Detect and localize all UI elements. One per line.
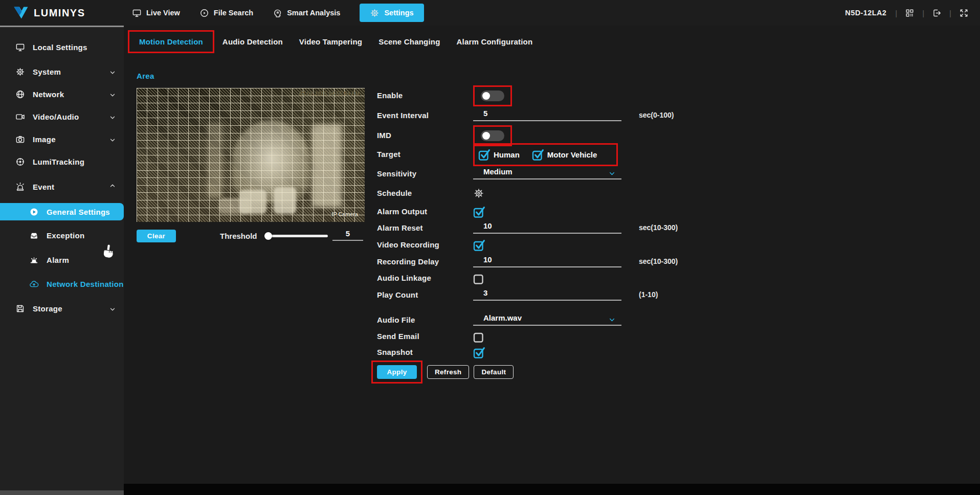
field-label: Event Interval [377, 111, 429, 120]
sidebar-item-system[interactable]: System [0, 64, 124, 79]
motor-vehicle-checkbox[interactable]: Motor Vehicle [532, 149, 597, 160]
camera-icon [15, 134, 25, 144]
checkbox-icon [478, 149, 489, 160]
field-control [473, 238, 484, 252]
field-label: Schedule [377, 189, 412, 197]
field-control: Alarm.wav [473, 313, 621, 327]
imd-toggle[interactable] [481, 130, 504, 141]
checkbox-label: Human [494, 150, 520, 159]
video-recording-checkbox[interactable] [473, 240, 484, 251]
sidebar-item-general-settings[interactable]: General Settings [0, 203, 124, 220]
floppy-icon [15, 304, 25, 313]
button-wrap: Refresh [427, 365, 469, 379]
monitor-icon [132, 8, 142, 18]
field-suffix: sec(10-300) [639, 257, 678, 265]
refresh-button[interactable]: Refresh [427, 365, 469, 379]
form-row-snapshot: Snapshot [377, 346, 919, 359]
area-section-title: Area [137, 72, 154, 80]
human-checkbox[interactable]: Human [478, 149, 520, 160]
input-value: 10 [483, 221, 492, 230]
tab-video-tampering[interactable]: Video Tampering [299, 37, 362, 46]
threshold-value-input[interactable]: 5 [332, 229, 363, 241]
input-value: 5 [483, 109, 487, 118]
field-label: Video Recording [377, 240, 439, 249]
input-value: 3 [483, 288, 487, 297]
tab-alarm-configuration[interactable]: Alarm Configuration [457, 37, 533, 46]
sensitivity-select[interactable]: Medium [473, 169, 621, 179]
fullscreen-button[interactable] [959, 8, 969, 18]
nav-settings[interactable]: Settings [360, 4, 424, 22]
nav-smart-analysis[interactable]: Smart Analysis [273, 8, 340, 18]
event-interval-input[interactable]: 5 [473, 110, 621, 121]
mouse-cursor [100, 242, 117, 260]
enable-toggle[interactable] [481, 91, 504, 101]
form-row-target: TargetHumanMotor Vehicle [377, 148, 919, 161]
tab-scene-changing[interactable]: Scene Changing [378, 37, 440, 46]
sidebar-item-network-destination[interactable]: Network Destination [0, 276, 124, 291]
form-row-schedule: Schedule [377, 187, 919, 200]
sidebar-item-image[interactable]: Image [0, 131, 124, 147]
separator: | [895, 9, 897, 17]
schedule-button[interactable] [473, 188, 484, 199]
sidebar-item-network[interactable]: Network [0, 86, 124, 102]
form-row-alarm-output: Alarm Output [377, 205, 919, 218]
tab-motion-detection[interactable]: Motion Detection [128, 30, 214, 53]
recording-delay-input[interactable]: 10 [473, 257, 621, 267]
inbox-icon [29, 231, 39, 240]
settings-tabs: Motion DetectionAudio DetectionVideo Tam… [128, 29, 532, 54]
nav-label: Live View [146, 9, 180, 17]
sidebar-item-event[interactable]: Event [0, 179, 124, 194]
motion-grid-overlay[interactable] [137, 88, 365, 222]
sidebar-item-exception[interactable]: Exception [0, 228, 124, 243]
threshold-slider[interactable] [264, 231, 328, 241]
gear-icon [15, 67, 25, 77]
form-row-enable: Enable [377, 89, 919, 102]
play-count-input[interactable]: 3 [473, 290, 621, 301]
nav-label: Smart Analysis [287, 9, 340, 17]
brand-name: LUMINYS [34, 7, 85, 19]
sidebar-item-storage[interactable]: Storage [0, 301, 124, 316]
toggle-knob [482, 92, 490, 100]
nav-file-search[interactable]: File Search [199, 8, 253, 18]
alarm-reset-input[interactable]: 10 [473, 223, 621, 234]
clear-button[interactable]: Clear [137, 230, 176, 242]
tab-label: Motion Detection [139, 37, 203, 46]
audio-file-select[interactable]: Alarm.wav [473, 315, 621, 326]
qr-code-button[interactable] [905, 8, 915, 18]
field-label: Sensitivity [377, 169, 416, 178]
slider-knob[interactable] [264, 232, 272, 240]
tab-audio-detection[interactable]: Audio Detection [222, 37, 283, 46]
annotation-box: Apply [371, 361, 422, 384]
app-window: LUMINYS Live ViewFile SearchSmart Analys… [0, 0, 980, 495]
default-button[interactable]: Default [474, 365, 514, 379]
audio-linkage-checkbox[interactable] [473, 273, 484, 284]
camera-preview[interactable]: 04-02-2025 04:55:54 PM IP Camera [137, 88, 365, 222]
sidebar-item-label: Alarm [47, 256, 69, 264]
field-label: IMD [377, 131, 391, 140]
select-value: Alarm.wav [483, 313, 522, 322]
play-circle-icon [29, 207, 39, 217]
tab-label: Scene Changing [378, 37, 440, 46]
alarm-output-checkbox[interactable] [473, 207, 484, 217]
sidebar-item-label: Image [33, 135, 56, 144]
target-icon [15, 157, 25, 167]
sidebar-item-local-settings[interactable]: Local Settings [0, 39, 124, 55]
luminys-logo-icon [13, 6, 29, 19]
nav-live-view[interactable]: Live View [132, 8, 180, 18]
content-panel: Motion DetectionAudio DetectionVideo Tam… [124, 26, 980, 484]
snapshot-checkbox[interactable] [473, 347, 484, 358]
sidebar-item-lumitracking[interactable]: LumiTracking [0, 154, 124, 169]
form-row-imd: IMD [377, 129, 919, 142]
apply-button[interactable]: Apply [377, 365, 417, 379]
field-label: Target [377, 150, 400, 159]
osd-camera-label: IP Camera [332, 211, 358, 217]
sidebar: Local SettingsSystemNetworkVideo/AudioIm… [0, 26, 124, 495]
slider-track[interactable] [264, 235, 328, 237]
field-control: 10 [473, 221, 621, 235]
logout-button[interactable] [932, 8, 942, 18]
field-label: Send Email [377, 332, 419, 341]
device-id: N5D-12LA2 [845, 9, 886, 17]
tab-label: Video Tampering [299, 37, 362, 46]
sidebar-item-video-audio[interactable]: Video/Audio [0, 109, 124, 124]
send-email-checkbox[interactable] [473, 331, 484, 342]
